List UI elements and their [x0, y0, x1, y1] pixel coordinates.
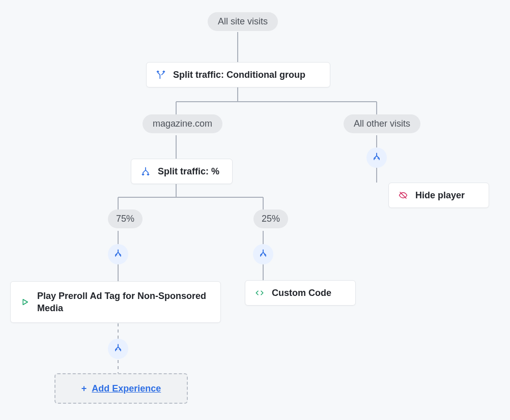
split-fork-icon: [113, 343, 123, 355]
root-node[interactable]: All site visits: [208, 12, 278, 31]
flow-canvas: All site visits Split traffic: Condition…: [0, 0, 510, 420]
split-percent-label: Split traffic: %: [158, 165, 219, 177]
experience-hide-player[interactable]: Hide player: [388, 183, 489, 208]
split-junction-25[interactable]: [253, 244, 273, 264]
split-fork-icon: [372, 152, 382, 164]
split-junction-75[interactable]: [108, 244, 128, 264]
pct-75[interactable]: 75%: [108, 209, 143, 228]
branch-other[interactable]: All other visits: [344, 114, 420, 133]
pct-75-label: 75%: [116, 214, 134, 224]
branch-other-label: All other visits: [354, 118, 410, 129]
split-conditional-label: Split traffic: Conditional group: [173, 69, 305, 81]
split-percent-node[interactable]: Split traffic: %: [131, 159, 233, 184]
pct-25[interactable]: 25%: [253, 209, 288, 228]
root-label: All site visits: [218, 16, 268, 27]
split-fork-icon: [113, 248, 123, 260]
add-experience-button[interactable]: + Add Experience: [54, 373, 188, 404]
split-percent-icon: [140, 166, 151, 176]
branch-magazine[interactable]: magazine.com: [143, 114, 222, 133]
hide-icon: [398, 190, 408, 200]
branch-magazine-label: magazine.com: [153, 118, 212, 129]
experience-custom-code[interactable]: Custom Code: [245, 280, 356, 306]
split-junction-other[interactable]: [366, 147, 387, 168]
split-conditional-node[interactable]: Split traffic: Conditional group: [146, 62, 330, 87]
plus-icon: +: [81, 383, 87, 394]
experience-hide-player-label: Hide player: [415, 189, 465, 201]
play-icon: [20, 297, 30, 307]
split-conditional-icon: [156, 70, 166, 80]
split-junction-preroll[interactable]: [108, 339, 128, 359]
experience-custom-code-label: Custom Code: [272, 287, 331, 299]
code-icon: [254, 288, 265, 298]
experience-preroll[interactable]: Play Preroll Ad Tag for Non-Sponsored Me…: [10, 281, 221, 323]
split-fork-icon: [258, 248, 268, 260]
add-experience-label: Add Experience: [92, 383, 161, 394]
experience-preroll-label: Play Preroll Ad Tag for Non-Sponsored Me…: [37, 290, 210, 315]
pct-25-label: 25%: [262, 214, 280, 224]
